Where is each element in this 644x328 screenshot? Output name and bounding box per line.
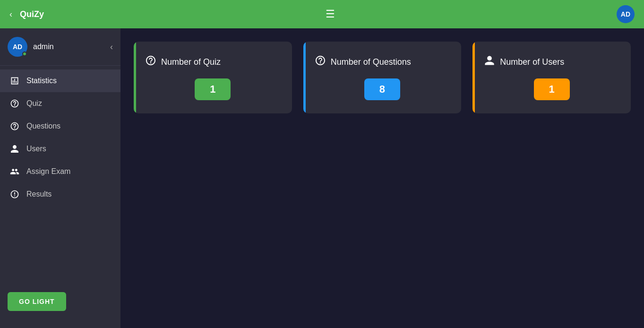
sidebar-nav: Statistics Quiz Questions Users (0, 66, 120, 285)
statistics-icon (9, 76, 20, 86)
sidebar-user-section: AD admin ‹ (0, 28, 120, 66)
sidebar-label-assign-exam: Assign Exam (26, 167, 70, 176)
top-navigation: ‹ QuiZy ☰ AD (0, 0, 644, 28)
stats-grid: Number of Quiz 1 Number of Questions 8 (134, 42, 631, 113)
sidebar-username: admin (33, 43, 104, 51)
main-content: Number of Quiz 1 Number of Questions 8 (120, 28, 644, 328)
stat-card-questions: Number of Questions 8 (303, 42, 462, 113)
stat-card-questions-title: Number of Questions (315, 55, 411, 69)
main-layout: AD admin ‹ Statistics Quiz (0, 28, 644, 328)
stat-users-label: Number of Users (500, 57, 564, 67)
topnav-left: ‹ QuiZy (9, 9, 44, 19)
sidebar-item-statistics[interactable]: Statistics (0, 69, 120, 92)
stat-questions-value: 8 (364, 78, 400, 100)
users-icon (9, 144, 20, 154)
sidebar-item-users[interactable]: Users (0, 138, 120, 160)
questions-icon (9, 121, 20, 131)
sidebar-label-questions: Questions (26, 122, 60, 130)
stat-card-quiz: Number of Quiz 1 (134, 42, 292, 113)
sidebar-item-questions[interactable]: Questions (0, 115, 120, 138)
online-indicator (22, 52, 27, 56)
sidebar-collapse-button[interactable]: ‹ (110, 42, 113, 52)
app-logo: QuiZy (20, 9, 44, 19)
stat-card-users: Number of Users 1 (472, 42, 631, 113)
sidebar-label-statistics: Statistics (26, 77, 57, 85)
go-light-button[interactable]: GO LIGHT (8, 292, 66, 311)
stat-card-users-title: Number of Users (484, 55, 564, 69)
stat-card-quiz-title: Number of Quiz (145, 55, 221, 69)
stat-quiz-label: Number of Quiz (161, 57, 221, 67)
stat-questions-icon (315, 55, 326, 69)
stat-quiz-icon (145, 55, 156, 69)
stat-quiz-value: 1 (195, 78, 231, 100)
quiz-icon (9, 99, 20, 108)
back-button[interactable]: ‹ (9, 9, 12, 19)
sidebar-item-assign-exam[interactable]: Assign Exam (0, 160, 120, 183)
hamburger-button[interactable]: ☰ (326, 8, 335, 20)
sidebar-item-results[interactable]: Results (0, 183, 120, 206)
assign-exam-icon (9, 167, 20, 176)
sidebar-label-users: Users (26, 145, 46, 153)
sidebar-avatar: AD (8, 37, 27, 57)
stat-users-value: 1 (534, 78, 570, 100)
stat-questions-label: Number of Questions (331, 57, 411, 67)
sidebar-item-quiz[interactable]: Quiz (0, 92, 120, 115)
topnav-avatar[interactable]: AD (617, 5, 635, 23)
sidebar: AD admin ‹ Statistics Quiz (0, 28, 120, 328)
sidebar-footer: GO LIGHT (0, 285, 120, 319)
sidebar-label-results: Results (26, 190, 52, 199)
results-icon (9, 190, 20, 199)
stat-users-icon (484, 55, 495, 69)
sidebar-label-quiz: Quiz (26, 99, 42, 108)
